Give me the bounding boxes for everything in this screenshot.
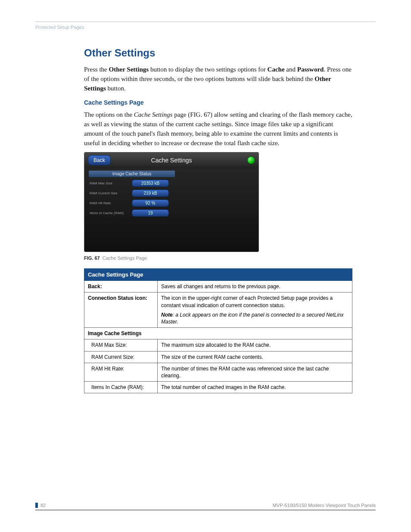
- cache-paragraph: The options on the Cache Settings page (…: [84, 110, 352, 148]
- figure-row: RAM Hit Rate 92 %: [90, 199, 258, 207]
- section-header: Protected Setup Pages: [35, 25, 376, 30]
- connection-status-icon: [247, 156, 255, 164]
- figure-caption: FIG. 67 Cache Settings Page: [84, 255, 352, 261]
- page-footer: 82 MVP-5100/5150 Modero Viewpoint Touch …: [35, 503, 376, 510]
- table-row: RAM Max Size: The maximum size allocated…: [84, 339, 352, 351]
- table-row: Image Cache Settings: [84, 328, 352, 339]
- table-row: RAM Current Size: The size of the curren…: [84, 351, 352, 363]
- top-rule: [35, 22, 376, 22]
- doc-title: MVP-5100/5150 Modero Viewpoint Touch Pan…: [273, 503, 376, 508]
- page-number: 82: [40, 503, 46, 508]
- intro-paragraph: Press the Other Settings button to displ…: [84, 65, 352, 93]
- page-title: Other Settings: [84, 47, 352, 59]
- table-row: RAM Hit Rate: The number of times the RA…: [84, 363, 352, 381]
- figure-row: Items In Cache (RAM) 19: [90, 209, 258, 217]
- table-row: Connection Status icon: The icon in the …: [84, 292, 352, 328]
- figure-row: RAM Current Size 219 kB: [90, 190, 258, 197]
- footer-mark-icon: [35, 503, 38, 508]
- table-row: Back: Saves all changes and returns to t…: [84, 281, 352, 292]
- figure-screenshot: Back Cache Settings Image Cache Status R…: [84, 152, 259, 252]
- figure-row: RAM Max Size 20353 kB: [90, 180, 258, 187]
- table-row: Items In Cache (RAM): The total number o…: [84, 382, 352, 393]
- table-header: Cache Settings Page: [84, 269, 352, 281]
- cache-settings-table: Cache Settings Page Back: Saves all chan…: [84, 268, 352, 393]
- figure-section-header: Image Cache Status: [89, 171, 175, 177]
- back-button[interactable]: Back: [88, 155, 111, 165]
- subsection-title: Cache Settings Page: [84, 99, 352, 106]
